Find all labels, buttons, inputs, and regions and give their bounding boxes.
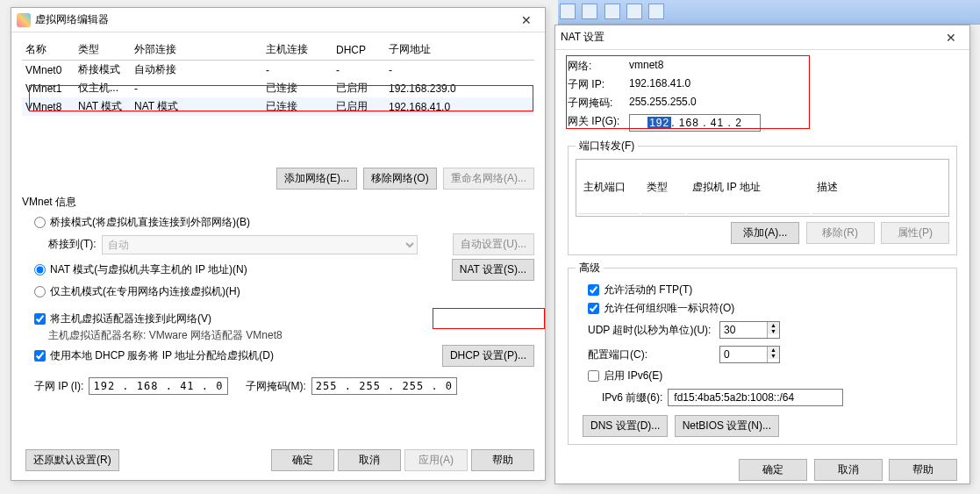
col-name[interactable]: 名称 [22, 39, 75, 61]
rename-network-button: 重命名网络(A)... [443, 168, 534, 190]
chk-any-oid[interactable] [588, 303, 599, 314]
table-row[interactable]: VMnet8 NAT 模式 NAT 模式 已连接 已启用 192.168.41.… [22, 97, 534, 116]
dns-settings-button[interactable]: DNS 设置(D)... [583, 415, 668, 437]
auto-settings-button: 自动设置(U)... [453, 233, 534, 255]
help-button[interactable]: 帮助 [889, 459, 957, 481]
vmnet-info-label: VMnet 信息 [22, 195, 534, 210]
close-icon[interactable]: ✕ [938, 31, 964, 45]
port-forward-table[interactable]: 主机端口 类型 虚拟机 IP 地址 描述 [576, 159, 949, 217]
network-value: vmnet8 [629, 59, 663, 74]
chk-ipv6-label: 启用 IPv6(E) [604, 369, 662, 383]
subnet-ip-label: 子网 IP (I): [34, 379, 83, 394]
toolbar-icon [626, 4, 642, 19]
ok-button[interactable]: 确定 [271, 449, 334, 471]
window-title: NAT 设置 [561, 30, 938, 45]
titlebar: NAT 设置 ✕ [555, 25, 969, 50]
chk-dhcp-label: 使用本地 DHCP 服务将 IP 地址分配给虚拟机(D) [50, 348, 274, 363]
bridge-to-label: 桥接到(T): [48, 237, 97, 252]
chk-host-adapter[interactable] [34, 313, 46, 325]
up-arrow-icon[interactable]: ▲ [768, 322, 779, 328]
add-button[interactable]: 添加(A)... [731, 222, 799, 244]
down-arrow-icon[interactable]: ▼ [768, 353, 779, 359]
toolbar-icon [560, 4, 576, 19]
window-title: 虚拟网络编辑器 [35, 12, 513, 27]
virtual-network-editor-window: 虚拟网络编辑器 ✕ 名称 类型 外部连接 主机连接 DHCP 子网地址 VMne… [11, 7, 546, 481]
up-arrow-icon[interactable]: ▲ [768, 347, 779, 353]
cancel-button[interactable]: 取消 [338, 449, 401, 471]
radio-hostonly-label: 仅主机模式(在专用网络内连接虚拟机)(H) [50, 284, 240, 299]
subnet-ip-input[interactable]: 192 . 168 . 41 . 0 [89, 377, 227, 395]
chk-dhcp[interactable] [34, 350, 46, 362]
gateway-ip-label: 网关 IP(G): [568, 114, 629, 132]
network-table[interactable]: 名称 类型 外部连接 主机连接 DHCP 子网地址 VMnet0 桥接模式 自动… [22, 39, 534, 116]
ipv6-prefix-input[interactable] [668, 389, 843, 406]
titlebar: 虚拟网络编辑器 ✕ [11, 8, 545, 32]
ipv6-prefix-label: IPv6 前缀(6): [602, 390, 662, 405]
toolbar-icon [604, 4, 620, 19]
add-network-button[interactable]: 添加网络(E)... [276, 168, 357, 190]
chk-ipv6[interactable] [588, 370, 599, 382]
chk-active-ftp-label: 允许活动的 FTP(T) [604, 283, 692, 297]
help-button[interactable]: 帮助 [471, 449, 534, 471]
netbios-settings-button[interactable]: NetBIOS 设置(N)... [675, 415, 779, 437]
subnet-mask-value: 255.255.255.0 [629, 96, 697, 111]
apply-button: 应用(A) [404, 449, 468, 471]
toolbar-icon [582, 4, 597, 19]
background-toolbar [558, 0, 980, 25]
down-arrow-icon[interactable]: ▼ [768, 328, 779, 334]
table-row[interactable]: VMnet1 仅主机... - 已连接 已启用 192.168.239.0 [22, 79, 534, 97]
col-host[interactable]: 主机连接 [262, 39, 333, 61]
app-icon [17, 13, 31, 27]
config-port-spinner[interactable]: ▲▼ [719, 346, 780, 363]
nat-settings-button[interactable]: NAT 设置(S)... [452, 259, 534, 281]
subnet-mask-input[interactable]: 255 . 255 . 255 . 0 [311, 377, 457, 395]
chk-host-adapter-label: 将主机虚拟适配器连接到此网络(V) [50, 311, 211, 326]
col-type[interactable]: 类型 [75, 39, 131, 61]
close-icon[interactable]: ✕ [513, 13, 540, 27]
col-hostport[interactable]: 主机端口 [578, 161, 640, 214]
subnet-mask-label: 子网掩码(M): [246, 379, 306, 394]
dhcp-settings-button[interactable]: DHCP 设置(P)... [442, 345, 534, 367]
col-dhcp[interactable]: DHCP [333, 39, 385, 61]
port-forward-legend: 端口转发(F) [576, 139, 638, 154]
advanced-legend: 高级 [576, 261, 604, 276]
radio-bridge-label: 桥接模式(将虚拟机直接连接到外部网络)(B) [50, 215, 250, 230]
config-port-input[interactable] [720, 347, 762, 362]
udp-timeout-input[interactable] [720, 322, 762, 338]
table-row[interactable]: VMnet0 桥接模式 自动桥接 - - - [22, 61, 534, 80]
col-subnet[interactable]: 子网地址 [385, 39, 534, 61]
port-forward-group: 端口转发(F) 主机端口 类型 虚拟机 IP 地址 描述 添加(A)... 移除… [568, 139, 957, 255]
col-ext[interactable]: 外部连接 [131, 39, 262, 61]
properties-button: 属性(P) [881, 222, 949, 244]
bridge-to-select: 自动 [102, 235, 418, 254]
advanced-group: 高级 允许活动的 FTP(T) 允许任何组织唯一标识符(O) UDP 超时(以秒… [568, 261, 957, 445]
remove-button: 移除(R) [806, 222, 875, 244]
udp-timeout-spinner[interactable]: ▲▼ [719, 321, 780, 339]
subnet-mask-label: 子网掩码: [568, 96, 629, 111]
chk-any-oid-label: 允许任何组织唯一标识符(O) [604, 301, 734, 316]
chk-active-ftp[interactable] [588, 284, 599, 296]
gateway-ip-input[interactable]: 192. 168 . 41 . 2 [629, 114, 761, 132]
ok-button[interactable]: 确定 [739, 459, 807, 481]
restore-defaults-button[interactable]: 还原默认设置(R) [25, 449, 119, 471]
remove-network-button[interactable]: 移除网络(O) [363, 168, 436, 190]
config-port-label: 配置端口(C): [588, 347, 719, 362]
col-desc[interactable]: 描述 [812, 161, 947, 214]
toolbar-icon [648, 4, 664, 19]
col-type[interactable]: 类型 [641, 161, 685, 214]
subnet-ip-label: 子网 IP: [568, 77, 629, 92]
adapter-name: 主机虚拟适配器名称: VMware 网络适配器 VMnet8 [22, 328, 534, 343]
nat-settings-window: NAT 设置 ✕ 网络:vmnet8 子网 IP:192.168.41.0 子网… [554, 25, 970, 484]
network-label: 网络: [568, 59, 629, 74]
udp-timeout-label: UDP 超时(以秒为单位)(U): [588, 323, 719, 338]
subnet-ip-value: 192.168.41.0 [629, 77, 690, 92]
radio-hostonly[interactable] [34, 286, 46, 297]
radio-nat-label: NAT 模式(与虚拟机共享主机的 IP 地址)(N) [50, 262, 247, 277]
radio-nat[interactable] [34, 264, 46, 276]
col-vmip[interactable]: 虚拟机 IP 地址 [687, 161, 810, 214]
radio-bridge[interactable] [34, 217, 46, 228]
cancel-button[interactable]: 取消 [814, 459, 883, 481]
